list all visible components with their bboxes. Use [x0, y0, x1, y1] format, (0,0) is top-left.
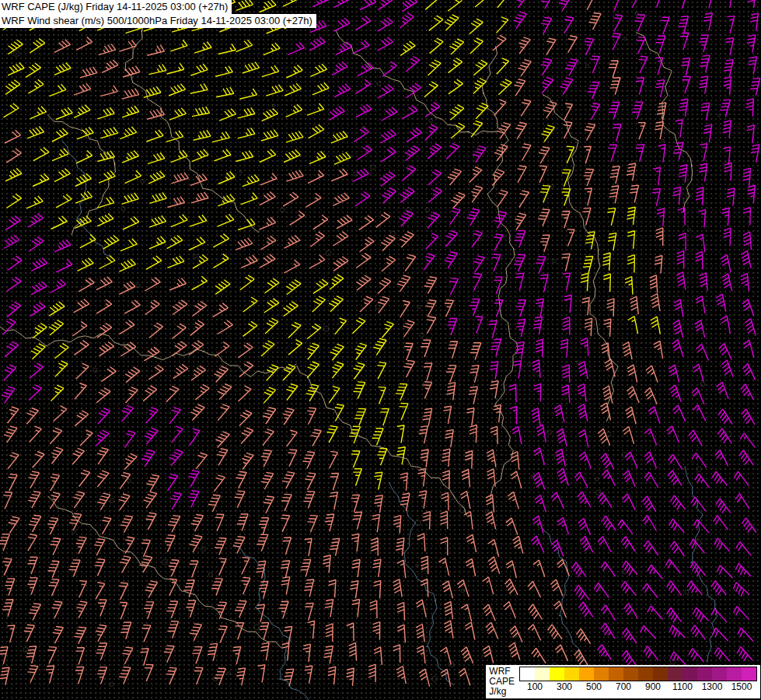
- legend-tick: 900: [645, 682, 661, 692]
- legend-swatch: [742, 667, 756, 681]
- legend-tick: 1500: [731, 682, 752, 692]
- legend-swatch: [623, 667, 638, 681]
- title-line-shear: WRF Wind shear (m/s) 500/1000hPa Friday …: [0, 14, 316, 28]
- cape-legend: WRF CAPE J/kg 10030050070090011001300150…: [486, 665, 760, 698]
- legend-swatch: [668, 667, 682, 681]
- legend-title: WRF CAPE J/kg: [489, 667, 515, 697]
- legend-swatch: [579, 667, 594, 681]
- river-lines: [61, 140, 717, 700]
- legend-tick: 1300: [702, 682, 723, 692]
- legend-swatch: [535, 667, 550, 681]
- legend-swatch: [594, 667, 609, 681]
- legend-swatch: [609, 667, 623, 681]
- map-graphics: [0, 0, 761, 700]
- legend-swatch: [520, 667, 535, 681]
- weather-map-canvas: WRF CAPE (J/kg) Friday 14-11-2025 03:00 …: [0, 0, 761, 700]
- legend-colorbar: [519, 667, 757, 681]
- legend-tick: 300: [557, 682, 572, 692]
- legend-bar-wrap: 100300500700900110013001500: [519, 667, 757, 693]
- legend-tick-labels: 100300500700900110013001500: [519, 682, 756, 693]
- legend-title-unit: J/kg: [489, 687, 515, 697]
- legend-swatch: [727, 667, 742, 681]
- legend-tick: 100: [527, 682, 543, 692]
- legend-swatch: [564, 667, 579, 681]
- legend-tick: 700: [616, 682, 631, 692]
- title-line-cape: WRF CAPE (J/kg) Friday 14-11-2025 03:00 …: [0, 0, 232, 14]
- legend-swatch: [712, 667, 727, 681]
- legend-swatch: [697, 667, 712, 681]
- legend-tick: 500: [586, 682, 602, 692]
- legend-swatch: [682, 667, 697, 681]
- map-title-box: WRF CAPE (J/kg) Friday 14-11-2025 03:00 …: [0, 0, 316, 28]
- country-borders: [0, 0, 693, 648]
- legend-swatch: [550, 667, 564, 681]
- legend-swatch: [638, 667, 653, 681]
- legend-tick: 1100: [672, 682, 693, 692]
- wind-barb-layer: [0, 0, 760, 688]
- legend-swatch: [653, 667, 668, 681]
